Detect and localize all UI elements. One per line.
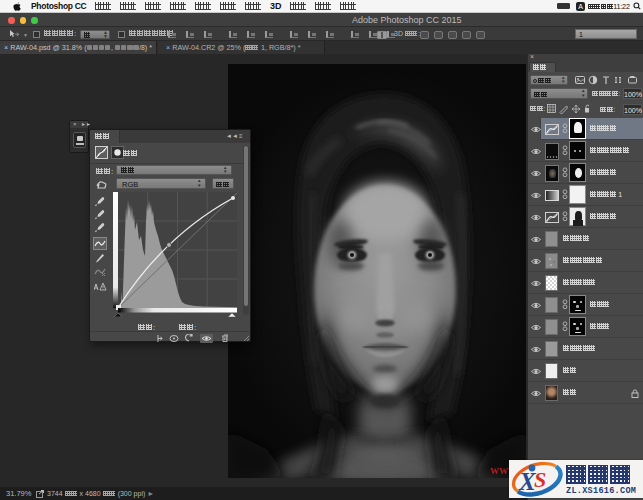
svg-text:S: S	[534, 467, 546, 492]
